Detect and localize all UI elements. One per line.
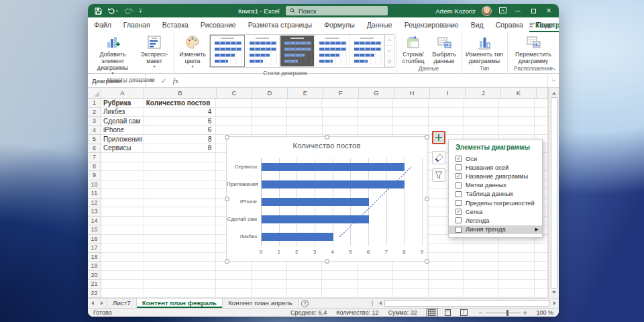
chart-style-thumbnail[interactable] <box>315 35 350 67</box>
ribbon-tab[interactable]: Вставка <box>156 17 195 32</box>
chart-element-item[interactable]: ✓Оси <box>449 154 542 163</box>
chart-element-item[interactable]: Таблица данных <box>449 190 542 199</box>
gallery-more-icon[interactable] <box>385 56 393 67</box>
ribbon-tab[interactable]: Формулы <box>318 17 361 32</box>
select-data-button[interactable]: Выбрать данные <box>429 34 460 64</box>
minimize-button[interactable]: ─ <box>513 4 523 17</box>
status-stat[interactable]: Среднее: 6,4 <box>290 309 327 316</box>
checkbox[interactable] <box>455 191 462 197</box>
ribbon-tab[interactable]: Данные <box>361 17 398 32</box>
user-name[interactable]: Artem Kozoriz <box>435 7 476 15</box>
chart-selection-handle[interactable] <box>225 135 229 140</box>
chart-style-thumbnail[interactable] <box>245 35 280 67</box>
scroll-right-icon[interactable] <box>550 301 559 305</box>
chart-element-item[interactable]: Линия тренда▶ <box>449 225 542 234</box>
chart-element-item[interactable]: Метки данных <box>449 181 542 190</box>
ribbon-tab[interactable]: Файл <box>88 17 117 32</box>
save-icon[interactable] <box>95 7 102 15</box>
normal-view-icon[interactable] <box>427 309 437 317</box>
chart-selection-handle[interactable] <box>225 197 229 201</box>
status-stat[interactable]: Количество: 12 <box>336 309 378 316</box>
ribbon-group-type: Изменить тип диаграммы Тип <box>462 32 508 73</box>
vertical-scroll-thumb[interactable] <box>551 97 557 288</box>
trendline-preview <box>227 137 428 262</box>
chart-selection-handle[interactable] <box>425 197 429 201</box>
search-input[interactable]: Поиск <box>286 6 388 15</box>
tab-splitter-handle[interactable] <box>369 299 376 308</box>
page-break-view-icon[interactable] <box>459 309 470 317</box>
sheet-tab[interactable]: Контент план апрель <box>223 299 299 308</box>
chart-element-item[interactable]: Легенда <box>449 216 542 225</box>
chart-styles-button[interactable] <box>432 151 445 164</box>
horizontal-scrollbar[interactable] <box>376 299 559 308</box>
checkbox[interactable] <box>455 227 462 233</box>
chart-style-thumbnail[interactable] <box>280 35 315 67</box>
horizontal-scroll-thumb[interactable] <box>384 300 550 307</box>
switch-row-column-button[interactable]: Строка/ столбец <box>398 34 429 64</box>
page-layout-view-icon[interactable] <box>443 309 453 317</box>
chart-element-item[interactable]: ✓Название диаграммы <box>449 172 542 180</box>
checkbox[interactable] <box>455 217 462 223</box>
chart[interactable]: Количество постов 0123456789ЛикбезСделай… <box>226 136 427 262</box>
chart-filters-button[interactable] <box>432 168 445 182</box>
scroll-down-icon[interactable] <box>552 291 556 294</box>
move-chart-button[interactable]: Переместить диаграмму <box>509 34 557 64</box>
sheet-nav-left-icon[interactable] <box>88 299 97 308</box>
ribbon-display-options-icon[interactable] <box>498 4 507 17</box>
scroll-left-icon[interactable] <box>376 301 384 305</box>
change-chart-type-button[interactable]: Изменить тип диаграммы <box>463 34 506 64</box>
chart-elements-button[interactable] <box>432 131 445 144</box>
chart-style-thumbnail[interactable] <box>210 35 245 67</box>
ribbon-tab[interactable]: Вид <box>465 17 490 32</box>
checkbox[interactable] <box>455 200 462 206</box>
change-colors-button[interactable]: Изменить цвета▾ <box>176 34 209 69</box>
chart-selection-handle[interactable] <box>425 259 429 264</box>
vertical-scrollbar[interactable] <box>548 88 559 298</box>
chart-style-thumbnail[interactable] <box>350 35 384 67</box>
checkbox[interactable]: ✓ <box>455 156 462 162</box>
ribbon-tab[interactable]: Справка <box>490 17 529 32</box>
customize-toolbar-icon[interactable]: ▾ <box>140 9 142 13</box>
chart-element-item[interactable]: Названия осей <box>449 163 542 172</box>
sheet-nav-right-icon[interactable] <box>97 299 107 308</box>
zoom-out-icon[interactable]: − <box>479 309 483 317</box>
redo-icon[interactable]: ▾ <box>124 7 134 14</box>
checkbox[interactable]: ✓ <box>455 209 462 215</box>
sheet-tab[interactable]: Лист7 <box>107 299 137 308</box>
submenu-arrow-icon[interactable]: ▶ <box>535 227 539 232</box>
zoom-slider-thumb[interactable] <box>506 310 508 316</box>
share-label: Поде <box>537 21 553 29</box>
add-chart-element-button[interactable]: Добавить элемент диаграммы▾ <box>89 34 136 76</box>
collapse-ribbon-icon[interactable] <box>550 64 555 72</box>
share-button[interactable]: Поде › <box>529 17 557 32</box>
ribbon-tab[interactable]: Рецензирование <box>398 17 465 32</box>
new-sheet-button[interactable]: + <box>299 299 312 308</box>
ribbon-tab[interactable]: Рисование <box>195 17 242 32</box>
chart-selection-handle[interactable] <box>325 135 329 140</box>
status-stat[interactable]: Сумма: 32 <box>388 309 417 316</box>
chart-element-item[interactable]: Пределы погрешностей <box>449 199 542 207</box>
chart-selection-handle[interactable] <box>225 259 229 264</box>
chart-element-item[interactable]: ✓Сетка <box>449 207 542 216</box>
gallery-down-icon[interactable] <box>385 46 393 56</box>
ribbon-tab[interactable]: Главная <box>117 17 156 32</box>
scroll-up-icon[interactable] <box>552 92 556 95</box>
sheet-tab[interactable]: Контент план февраль <box>137 299 223 308</box>
gallery-up-icon[interactable] <box>385 35 393 46</box>
checkbox[interactable]: ✓ <box>455 173 462 179</box>
quick-layout-button[interactable]: Экспресс-макет▾ <box>136 34 172 69</box>
zoom-in-icon[interactable]: + <box>523 309 527 317</box>
chart-selection-handle[interactable] <box>325 259 329 264</box>
checkbox[interactable] <box>455 182 462 189</box>
undo-icon[interactable]: ▾ <box>108 7 118 14</box>
avatar[interactable] <box>482 6 492 16</box>
zoom-slider[interactable] <box>486 313 521 313</box>
status-bar: Готово Среднее: 6,4Количество: 12Сумма: … <box>88 308 559 317</box>
formula-bar-expand-icon[interactable] <box>547 74 559 87</box>
maximize-button[interactable] <box>529 4 538 17</box>
ribbon-tab[interactable]: Разметка страницы <box>242 17 318 32</box>
checkbox[interactable] <box>455 164 462 170</box>
chart-element-label: Линия тренда <box>466 226 506 233</box>
chart-selection-handle[interactable] <box>425 135 429 140</box>
close-button[interactable]: × <box>544 4 553 17</box>
